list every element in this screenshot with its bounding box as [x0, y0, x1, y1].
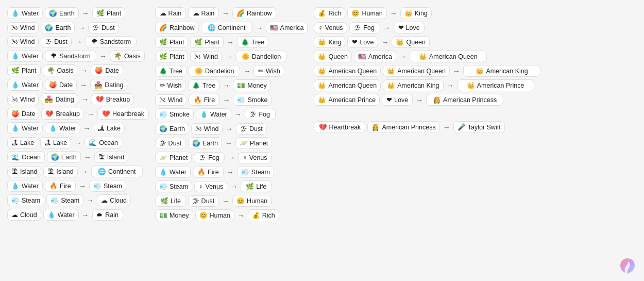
item-icon: 👑 [318, 67, 326, 75]
item-label: Wind [20, 24, 35, 31]
item-box-love: ❤Love [347, 36, 378, 48]
item-label: Queen [328, 53, 348, 60]
item-label: Plant [22, 67, 37, 74]
item-label: Plant [170, 39, 184, 46]
item-box-water: 💧Water [155, 166, 191, 178]
item-label: Wind [204, 125, 218, 133]
item-label: Island [20, 168, 37, 175]
item-icon: 🏝 [47, 168, 54, 175]
arrow-icon: → [229, 183, 239, 191]
item-icon: 💧 [47, 211, 56, 219]
item-icon: ☁ [11, 211, 18, 219]
item-icon: ♀ [318, 24, 323, 31]
item-icon: 🌫 [354, 24, 361, 31]
item-label: Money [170, 212, 189, 219]
item-box-continent: 🌐Continent [201, 22, 252, 34]
item-label: Date [59, 81, 73, 89]
recipe-row: 💨Steam💨Steam→☁Cloud [7, 194, 149, 206]
column-34: 💰Rich😊Human→👑King♀Venus🌫Fog→❤Love👑King❤L… [314, 7, 540, 133]
item-icon: 💔 [45, 110, 54, 118]
item-icon: 🌫 [93, 24, 99, 31]
item-box-plant: 🌿Plant [155, 36, 189, 48]
item-icon: 💧 [11, 52, 20, 60]
item-box-king: 👑King [314, 36, 345, 48]
item-box-rain: 🌧Rain [92, 209, 123, 221]
arrow-icon: → [79, 67, 89, 75]
item-box-king: 👑King [400, 7, 432, 19]
item-icon: 🌈 [236, 9, 245, 17]
item-icon: 👑 [318, 53, 326, 60]
recipe-row: 👑American Queen👑American King→👑American … [314, 79, 540, 91]
item-label: Tree [251, 39, 264, 46]
item-icon: 🔥 [197, 168, 206, 176]
item-box-american-prince: 👑American Prince [314, 94, 380, 106]
item-box-earth: 🌍Earth [45, 7, 79, 19]
item-box-wish: ✏Wish [155, 79, 186, 91]
item-icon: 👸 [433, 96, 441, 104]
item-label: America [368, 53, 392, 60]
item-label: Date [105, 67, 118, 74]
item-box-water: 💧Water [196, 108, 231, 120]
arrow-icon: → [81, 211, 90, 219]
recipe-row: 💧Water🍑Date→💑Dating [7, 79, 149, 91]
item-box-steam: 💨Steam [7, 194, 44, 206]
item-box-steam: 💨Steam [46, 194, 83, 206]
item-box-water: 💧Water [7, 50, 43, 62]
item-box-rain: ☁Rain [155, 7, 186, 19]
item-box-wind: 🌬Wind [190, 51, 222, 62]
item-icon: 🌈 [159, 24, 167, 31]
item-label: Plant [107, 10, 122, 17]
item-icon: 🇺🇸 [358, 53, 366, 60]
item-label: Fog [363, 24, 375, 31]
recipe-row: 🌿Plant🌿Plant→🌲Tree [155, 36, 308, 48]
item-label: Lake [20, 139, 34, 146]
item-label: Steam [251, 169, 270, 176]
item-icon: 🌲 [192, 81, 200, 89]
recipe-row: 🌊Ocean🌍Earth→🏝Island [7, 151, 149, 163]
item-box-water: 💧Water [43, 209, 79, 221]
item-box-fog: 🌫Fog [194, 152, 225, 163]
item-icon: ✏ [258, 67, 264, 75]
item-box-earth: 🌍Earth [188, 137, 222, 149]
item-box-breakup: 💔Breakup [41, 108, 84, 120]
item-label: Rainbow [170, 24, 195, 31]
item-box-cloud: ☁Cloud [7, 209, 41, 221]
item-label: Rainbow [247, 10, 272, 17]
arrow-icon: → [442, 123, 451, 131]
item-label: Water [22, 10, 39, 17]
item-label: Dust [54, 38, 67, 45]
item-box-steam: 💨Steam [237, 166, 274, 178]
item-icon: 💰 [252, 211, 260, 219]
arrow-icon: → [255, 24, 264, 32]
arrow-icon: → [233, 110, 243, 119]
arrow-icon: → [80, 95, 90, 104]
item-icon: ☁ [101, 196, 108, 204]
item-icon: 😊 [236, 197, 245, 205]
recipe-row: 💰Rich😊Human→👑King [314, 7, 540, 19]
item-label: American Queen [328, 68, 377, 75]
item-label: Water [22, 53, 39, 60]
item-label: Venus [325, 24, 343, 31]
item-label: Love [360, 39, 374, 46]
item-box-queen: 👑Queen [314, 51, 352, 62]
arrow-icon: → [77, 24, 86, 32]
item-box-plant: 🌿Plant [7, 64, 41, 76]
recipe-row: 🌿Plant🌬Wind→🌼Dandelion [155, 51, 308, 62]
item-box-island: 🏝Island [7, 166, 41, 177]
arrow-icon: → [221, 9, 230, 18]
item-box-venus: ♀Venus [238, 152, 271, 163]
column-3: 💰Rich😊Human→👑King♀Venus🌫Fog→❤Love👑King❤L… [314, 7, 540, 106]
recipe-row: 🌬Wind🌫Dust→🌪Sandstorm [7, 36, 149, 47]
item-box-oasis: 🌴Oasis [43, 64, 78, 76]
item-box-continent: 🌐Continent [91, 166, 143, 177]
item-label: Plant [170, 53, 184, 60]
item-box-fire: 🔥Fire [45, 180, 76, 192]
item-label: Lake [107, 125, 121, 132]
item-icon: 💨 [93, 182, 101, 190]
item-box-american-prince: 👑American Prince [457, 79, 534, 91]
item-icon: 👑 [419, 53, 427, 60]
item-label: Tree [170, 68, 182, 75]
item-icon: 🌫 [160, 140, 166, 147]
item-label: Fog [259, 111, 270, 118]
arrow-icon: → [242, 67, 251, 75]
